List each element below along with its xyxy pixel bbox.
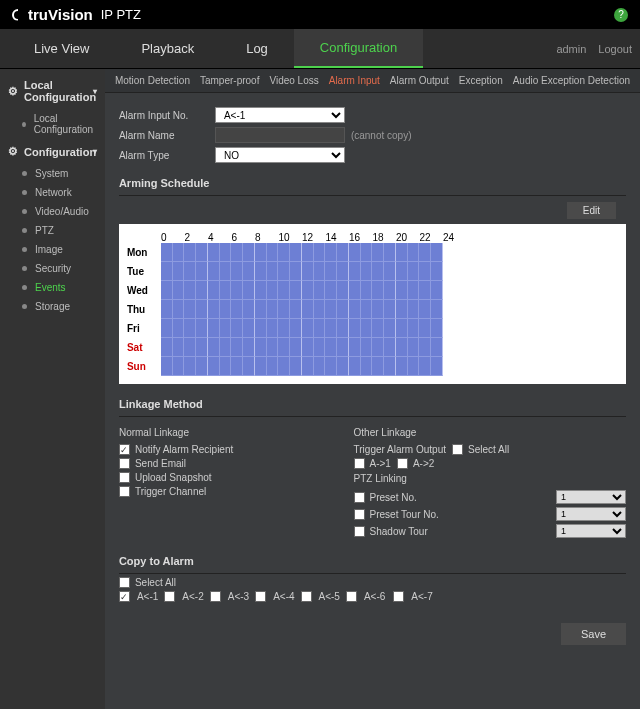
checkbox-triggerch[interactable] xyxy=(119,486,130,497)
checkbox-shadow[interactable] xyxy=(354,526,365,537)
tab-playback[interactable]: Playback xyxy=(115,29,220,68)
schedule-day-label: Thu xyxy=(127,304,161,315)
subtab-videoloss[interactable]: Video Loss xyxy=(269,75,318,86)
subtab-alarmoutput[interactable]: Alarm Output xyxy=(390,75,449,86)
head-normal-linkage: Normal Linkage xyxy=(119,427,314,438)
select-shadow[interactable]: 1 xyxy=(556,524,626,538)
head-ptzlink: PTZ Linking xyxy=(354,473,626,484)
sidebar-item-system[interactable]: System xyxy=(0,164,105,183)
checkbox-upload[interactable] xyxy=(119,472,130,483)
schedule-hours: 024681012141618202224 xyxy=(161,232,618,243)
tab-configuration[interactable]: Configuration xyxy=(294,29,423,68)
tab-live-view[interactable]: Live View xyxy=(8,29,115,68)
checkbox-notify[interactable] xyxy=(119,444,130,455)
user-name[interactable]: admin xyxy=(556,43,586,55)
section-copy: Copy to Alarm xyxy=(119,549,626,574)
schedule-day-label: Wed xyxy=(127,285,161,296)
label-alarmname: Alarm Name xyxy=(119,130,215,141)
brand: truVision xyxy=(28,6,93,23)
checkbox-email[interactable] xyxy=(119,458,130,469)
checkbox-copy-2[interactable] xyxy=(164,591,175,602)
checkbox-presettour[interactable] xyxy=(354,509,365,520)
help-icon[interactable]: ? xyxy=(614,8,628,22)
main-tabs: Live View Playback Log Configuration adm… xyxy=(0,29,640,69)
checkbox-copy-selectall[interactable] xyxy=(119,577,130,588)
tab-log[interactable]: Log xyxy=(220,29,294,68)
checkbox-copy-1[interactable] xyxy=(119,591,130,602)
chevron-down-icon: ▾ xyxy=(93,147,97,156)
app-header: truVision IP PTZ ? xyxy=(0,0,640,29)
checkbox-selectall-out[interactable] xyxy=(452,444,463,455)
chevron-down-icon: ▾ xyxy=(93,87,97,96)
checkbox-a2[interactable] xyxy=(397,458,408,469)
head-other-linkage: Other Linkage xyxy=(354,427,626,438)
sidebar-item-security[interactable]: Security xyxy=(0,259,105,278)
save-button[interactable]: Save xyxy=(561,623,626,645)
subtab-exception[interactable]: Exception xyxy=(459,75,503,86)
label-inputno: Alarm Input No. xyxy=(119,110,215,121)
content: Motion Detection Tamper-proof Video Loss… xyxy=(105,69,640,709)
copy-row: A<-1A<-2A<-3A<-4A<-5A<-6A<-7 xyxy=(119,591,626,602)
checkbox-copy-7[interactable] xyxy=(393,591,404,602)
checkbox-copy-4[interactable] xyxy=(255,591,266,602)
label-alarmtype: Alarm Type xyxy=(119,150,215,161)
checkbox-a1[interactable] xyxy=(354,458,365,469)
schedule-day-label: Tue xyxy=(127,266,161,277)
checkbox-preset[interactable] xyxy=(354,492,365,503)
note-cannotcopy: (cannot copy) xyxy=(351,130,412,141)
select-presettour[interactable]: 1 xyxy=(556,507,626,521)
sub-tabs: Motion Detection Tamper-proof Video Loss… xyxy=(105,69,640,93)
sidebar-item-events[interactable]: Events xyxy=(0,278,105,297)
sidebar-item-local-config[interactable]: Local Configuration xyxy=(0,109,105,139)
gear-icon: ⚙ xyxy=(8,145,18,158)
select-alarm-type[interactable]: NO xyxy=(215,147,345,163)
schedule-day-label: Fri xyxy=(127,323,161,334)
checkbox-copy-6[interactable] xyxy=(346,591,357,602)
schedule-day-label: Mon xyxy=(127,247,161,258)
logout-link[interactable]: Logout xyxy=(598,43,632,55)
sidebar-item-image[interactable]: Image xyxy=(0,240,105,259)
brand-sub: IP PTZ xyxy=(101,7,141,22)
logo-icon xyxy=(12,9,24,21)
checkbox-copy-3[interactable] xyxy=(210,591,221,602)
sidebar: ⚙ Local Configuration ▾ Local Configurat… xyxy=(0,69,105,709)
edit-button[interactable]: Edit xyxy=(567,202,616,219)
side-group-local[interactable]: ⚙ Local Configuration ▾ xyxy=(0,73,105,109)
select-preset[interactable]: 1 xyxy=(556,490,626,504)
section-arming: Arming Schedule xyxy=(119,171,626,196)
schedule-day-label: Sun xyxy=(127,361,161,372)
sidebar-item-network[interactable]: Network xyxy=(0,183,105,202)
schedule-day-label: Sat xyxy=(127,342,161,353)
user-area: admin Logout xyxy=(556,43,632,55)
sidebar-item-ptz[interactable]: PTZ xyxy=(0,221,105,240)
checkbox-copy-5[interactable] xyxy=(301,591,312,602)
subtab-alarminput[interactable]: Alarm Input xyxy=(329,75,380,86)
gear-icon: ⚙ xyxy=(8,85,18,98)
input-alarm-name[interactable] xyxy=(215,127,345,143)
section-linkage: Linkage Method xyxy=(119,392,626,417)
select-alarm-input-no[interactable]: A<-1 xyxy=(215,107,345,123)
side-group-config[interactable]: ⚙ Configuration ▾ xyxy=(0,139,105,164)
sidebar-item-videoaudio[interactable]: Video/Audio xyxy=(0,202,105,221)
schedule-grid[interactable]: 024681012141618202224 MonTueWedThuFriSat… xyxy=(119,224,626,384)
subtab-motion[interactable]: Motion Detection xyxy=(115,75,190,86)
subtab-tamper[interactable]: Tamper-proof xyxy=(200,75,259,86)
subtab-audioexc[interactable]: Audio Exception Detection xyxy=(513,75,630,86)
sidebar-item-storage[interactable]: Storage xyxy=(0,297,105,316)
